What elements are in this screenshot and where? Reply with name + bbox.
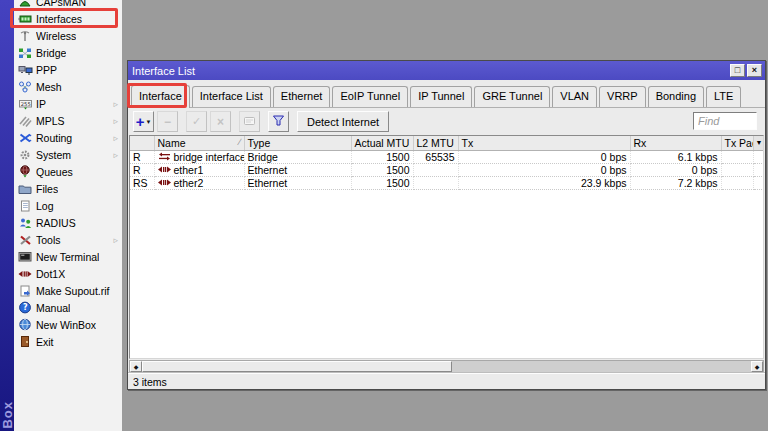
window-titlebar[interactable]: Interface List □ ×: [128, 61, 765, 80]
sidebar-item-manual[interactable]: ? Manual ▹: [14, 299, 122, 316]
tab-ethernet[interactable]: Ethernet: [273, 86, 331, 107]
sidebar-item-dot1x[interactable]: Dot1X ▹: [14, 265, 122, 282]
sort-indicator-icon: ∕: [239, 137, 241, 147]
row-name-cell: ether2: [154, 176, 244, 189]
row-flags: RS: [130, 176, 154, 189]
filter-button[interactable]: [268, 111, 289, 132]
tab-vrrp[interactable]: VRRP: [599, 86, 646, 107]
tab-lte[interactable]: LTE: [706, 86, 741, 107]
ip-icon: 255: [17, 97, 33, 110]
interface-row-ether2[interactable]: RS ether2 Ethernet 1500 23.9 kbps 7.2 kb…: [130, 176, 764, 189]
sidebar-item-mpls[interactable]: MPLS ▹: [14, 112, 122, 129]
minus-icon: −: [164, 115, 171, 129]
column-header-rx[interactable]: Rx: [630, 136, 721, 150]
tab-interface[interactable]: Interface: [131, 85, 190, 108]
row-tx: 0 bps: [458, 163, 630, 176]
ethernet-interface-icon: [158, 165, 171, 174]
column-selector-button[interactable]: ▼: [753, 136, 764, 150]
sidebar-item-exit[interactable]: Exit ▹: [14, 333, 122, 350]
row-tx-packet: [721, 150, 753, 163]
disable-button[interactable]: ×: [210, 111, 231, 132]
row-name-cell: ether1: [154, 163, 244, 176]
tab-interface-list[interactable]: Interface List: [192, 86, 271, 107]
column-header-type[interactable]: Type: [244, 136, 351, 150]
column-header-l2-mtu[interactable]: L2 MTU: [413, 136, 458, 150]
maximize-button[interactable]: □: [730, 64, 745, 77]
sidebar-item-log[interactable]: Log ▹: [14, 197, 122, 214]
sidebar-item-routing[interactable]: Routing ▹: [14, 129, 122, 146]
log-icon: [17, 199, 33, 212]
tab-eoip-tunnel[interactable]: EoIP Tunnel: [332, 86, 408, 107]
remove-button[interactable]: −: [157, 111, 178, 132]
row-type: Ethernet: [244, 163, 351, 176]
scroll-left-icon[interactable]: ◆: [130, 361, 142, 372]
bridge-icon: [17, 46, 33, 59]
sidebar-item-system[interactable]: System ▹: [14, 146, 122, 163]
column-header-actual-mtu[interactable]: Actual MTU: [351, 136, 413, 150]
capsman-icon: [17, 0, 33, 8]
row-tx: 0 bps: [458, 150, 630, 163]
terminal-icon: [17, 250, 33, 263]
status-bar: 3 items: [128, 373, 765, 389]
comment-button[interactable]: [239, 111, 260, 132]
tools-icon: [17, 233, 33, 246]
tab-ip-tunnel[interactable]: IP Tunnel: [410, 86, 472, 107]
radius-icon: [17, 216, 33, 229]
row-tx-packet: [721, 176, 753, 189]
scrollbar-track[interactable]: [452, 361, 751, 372]
interface-row-ether1[interactable]: R ether1 Ethernet 1500 0 bps 0 bps: [130, 163, 764, 176]
sidebar-item-tools[interactable]: Tools ▹: [14, 231, 122, 248]
enable-button[interactable]: ✓: [186, 111, 207, 132]
plus-icon: +: [136, 115, 145, 128]
winbox-brand-strip: Box: [0, 0, 14, 431]
sidebar-item-new-terminal[interactable]: New Terminal ▹: [14, 248, 122, 265]
wireless-icon: [17, 29, 33, 42]
row-l2-mtu: [413, 176, 458, 189]
sidebar-item-interfaces[interactable]: Interfaces ▹: [14, 10, 122, 27]
sidebar-item-wireless[interactable]: Wireless ▹: [14, 27, 122, 44]
submenu-arrow-icon: ▹: [113, 133, 119, 143]
row-rx: 0 bps: [630, 163, 721, 176]
sidebar-item-queues[interactable]: Queues ▹: [14, 163, 122, 180]
system-icon: [17, 148, 33, 161]
scroll-right-icon[interactable]: ◆: [751, 361, 763, 372]
sidebar-item-new-winbox[interactable]: New WinBox ▹: [14, 316, 122, 333]
tab-bonding[interactable]: Bonding: [648, 86, 704, 107]
cross-icon: ×: [217, 115, 224, 129]
detect-internet-button[interactable]: Detect Internet: [297, 111, 389, 132]
sidebar-item-make-supout-rif[interactable]: Make Supout.rif ▹: [14, 282, 122, 299]
dot1x-icon: [17, 267, 33, 280]
row-rx: 7.2 kbps: [630, 176, 721, 189]
sidebar-item-radius[interactable]: RADIUS ▹: [14, 214, 122, 231]
row-actual-mtu: 1500: [351, 176, 413, 189]
sidebar-item-bridge[interactable]: Bridge ▹: [14, 44, 122, 61]
row-tx: 23.9 kbps: [458, 176, 630, 189]
row-type: Bridge: [244, 150, 351, 163]
horizontal-scrollbar[interactable]: ◆ ◆: [129, 360, 764, 373]
row-name-cell: bridge interface: [154, 150, 244, 163]
routing-icon: [17, 131, 33, 144]
column-header-name[interactable]: Name∕: [154, 136, 244, 150]
add-button[interactable]: + ▼: [133, 111, 154, 132]
comment-icon: [243, 113, 256, 131]
sidebar-item-ppp[interactable]: PPP ▹: [14, 61, 122, 78]
tab-bar: Interface Interface List Ethernet EoIP T…: [128, 80, 765, 108]
close-button[interactable]: ×: [747, 64, 762, 77]
find-input[interactable]: [693, 112, 757, 130]
submenu-arrow-icon: ▹: [113, 150, 119, 160]
sidebar-item-mesh[interactable]: Mesh ▹: [14, 78, 122, 95]
row-rx: 6.1 kbps: [630, 150, 721, 163]
interface-row-bridge-interface[interactable]: R bridge interface Bridge 1500 65535 0 b…: [130, 150, 764, 163]
sidebar-item-capsman[interactable]: CAPsMAN ▹: [14, 0, 122, 10]
sidebar-item-ip[interactable]: 255 IP ▹: [14, 95, 122, 112]
column-header-tx[interactable]: Tx: [458, 136, 630, 150]
row-flags: R: [130, 163, 154, 176]
tab-gre-tunnel[interactable]: GRE Tunnel: [474, 86, 550, 107]
column-header-tx-packet[interactable]: Tx Packet (p/: [721, 136, 753, 150]
scrollbar-thumb[interactable]: [142, 361, 452, 372]
column-header-flags[interactable]: [130, 136, 154, 150]
exit-icon: [17, 335, 33, 348]
tab-vlan[interactable]: VLAN: [552, 86, 597, 107]
sidebar-item-files[interactable]: Files ▹: [14, 180, 122, 197]
interfaces-icon: [17, 12, 33, 25]
